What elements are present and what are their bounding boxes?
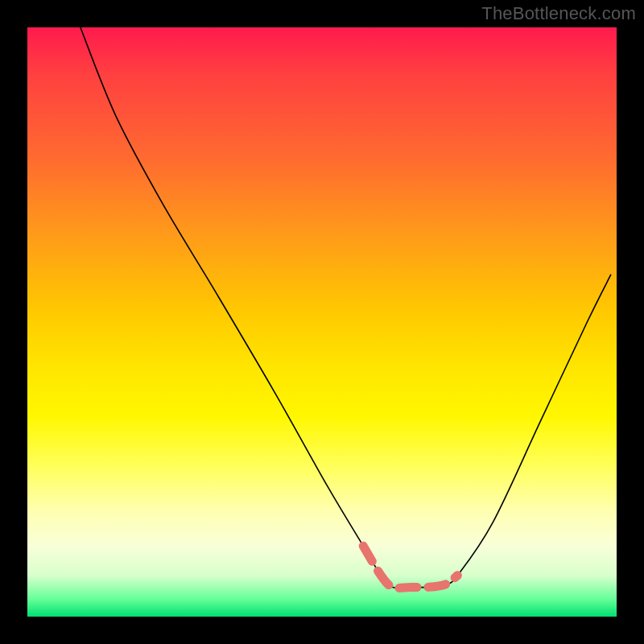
chart-svg <box>27 27 617 617</box>
watermark-text: TheBottleneck.com <box>481 3 636 24</box>
bottleneck-curve <box>80 27 611 588</box>
highlight-segment <box>363 546 457 588</box>
plot-area <box>27 27 617 617</box>
chart-container: TheBottleneck.com <box>0 0 644 644</box>
